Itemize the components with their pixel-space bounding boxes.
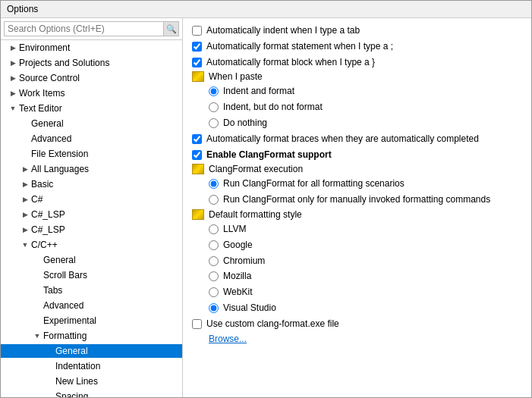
radio-group-clang: Run ClangFormat for all formatting scena… (192, 177, 522, 206)
tree-row-cpp-advanced[interactable]: ▶ Advanced (1, 299, 182, 312)
tree-item-te-file-ext: ▶ File Extension (1, 146, 182, 161)
tree-label-csharp-lsp: C#_LSP (31, 209, 65, 220)
label-format-block: Automatically format block when I type a… (206, 56, 375, 69)
tree-row-projects[interactable]: ▶ Projects and Solutions (1, 56, 182, 70)
radio-style-llvm[interactable] (209, 224, 219, 234)
expander-source-control: ▶ (7, 72, 19, 84)
option-enable-clang: Enable ClangFormat support (192, 149, 522, 161)
tree-row-source-control[interactable]: ▶ Source Control (1, 71, 182, 85)
radio-do-nothing[interactable] (209, 118, 219, 128)
tree-label-all-languages: All Languages (31, 164, 89, 174)
content-area: 🔍 ▶ Environment ▶ Projects and (1, 18, 531, 397)
radio-clang-all[interactable] (209, 179, 219, 189)
checkbox-enable-clang[interactable] (192, 150, 202, 160)
tree-row-te-file-ext[interactable]: ▶ File Extension (1, 147, 182, 161)
right-panel: Automatically indent when I type a tab A… (183, 18, 531, 397)
checkbox-format-block[interactable] (192, 58, 202, 67)
label-style-vs: Visual Studio (223, 302, 276, 315)
folder-icon-clang (192, 164, 204, 174)
checkbox-auto-indent[interactable] (192, 26, 202, 36)
tree-item-csharp: ▶ C# (1, 192, 182, 207)
tree-row-csharp-lsp2[interactable]: ▶ C#_LSP (1, 223, 182, 237)
expander-basic: ▶ (19, 178, 31, 190)
tree-label-environment: Environment (19, 42, 70, 53)
radio-style-webkit[interactable] (209, 287, 219, 297)
radio-indent-only[interactable] (209, 102, 219, 112)
tree-label-te-file-ext: File Extension (31, 149, 88, 159)
tree-row-environment[interactable]: ▶ Environment (1, 41, 182, 55)
label-auto-indent: Automatically indent when I type a tab (206, 24, 360, 37)
radio-style-chromium[interactable] (209, 256, 219, 266)
label-format-braces: Automatically format braces when they ar… (206, 133, 479, 146)
radio-style-mozilla[interactable] (209, 271, 219, 281)
tree-row-text-editor[interactable]: ▼ Text Editor (1, 102, 182, 115)
tree-item-csharp-lsp: ▶ C#_LSP (1, 207, 182, 222)
expander-projects: ▶ (7, 57, 19, 69)
tree-row-csharp-lsp[interactable]: ▶ C#_LSP (1, 208, 182, 221)
option-style-webkit: WebKit (209, 286, 522, 299)
radio-indent-format[interactable] (209, 86, 219, 96)
tree-row-cpp-experimental[interactable]: ▶ Experimental (1, 314, 182, 327)
tree-item-all-languages: ▶ All Languages (1, 161, 182, 177)
tree-label-fmt-general: General (55, 346, 88, 356)
tree-item-fmt-new-lines: ▶ New Lines (1, 374, 182, 389)
label-style-llvm: LLVM (223, 223, 246, 236)
checkbox-format-statement[interactable] (192, 42, 202, 52)
title-bar: Options (1, 1, 531, 18)
tree-label-basic: Basic (31, 179, 53, 190)
tree-item-cpp-general: ▶ General (1, 252, 182, 268)
browse-link[interactable]: Browse... (209, 334, 247, 344)
tree-label-cpp-experimental: Experimental (43, 315, 96, 326)
tree-row-fmt-general[interactable]: ▶ General (1, 344, 182, 358)
tree-row-fmt-spacing[interactable]: ▶ Spacing (1, 390, 182, 397)
checkbox-custom-clang-exe[interactable] (192, 319, 202, 329)
option-auto-indent: Automatically indent when I type a tab (192, 24, 522, 37)
option-style-mozilla: Mozilla (209, 270, 522, 283)
expander-environment: ▶ (7, 42, 19, 54)
label-style-mozilla: Mozilla (223, 270, 251, 283)
expander-csharp-lsp: ▶ (19, 208, 31, 221)
expander-text-editor: ▼ (7, 102, 19, 114)
folder-icon-paste (192, 71, 204, 82)
tree-label-csharp: C# (31, 194, 42, 205)
tree-item-cpp-tabs: ▶ Tabs (1, 283, 182, 298)
tree-row-basic[interactable]: ▶ Basic (1, 177, 182, 191)
browse-container: Browse... (192, 334, 522, 344)
option-format-statement: Automatically format statement when I ty… (192, 40, 522, 53)
tree-item-fmt-spacing: ▶ Spacing (1, 389, 182, 397)
expander-csharp-lsp2: ▶ (19, 224, 31, 236)
tree-label-te-general: General (31, 118, 64, 129)
label-default-style: Default formatting style (209, 209, 302, 220)
tree-row-work-items[interactable]: ▶ Work Items (1, 86, 182, 100)
search-bar: 🔍 (1, 18, 182, 40)
tree-row-cpp-general[interactable]: ▶ General (1, 253, 182, 267)
tree-label-projects: Projects and Solutions (19, 58, 109, 68)
tree-label-text-editor: Text Editor (19, 103, 62, 114)
tree-view: ▶ Environment ▶ Projects and Solutions (1, 40, 182, 397)
tree-row-te-advanced[interactable]: ▶ Advanced (1, 132, 182, 146)
search-icon[interactable]: 🔍 (164, 21, 179, 36)
checkbox-format-braces[interactable] (192, 134, 202, 144)
option-clang-manual: Run ClangFormat only for manually invoke… (209, 193, 522, 206)
label-format-statement: Automatically format statement when I ty… (206, 40, 393, 53)
tree-row-all-languages[interactable]: ▶ All Languages (1, 162, 182, 176)
search-input[interactable] (4, 21, 164, 36)
expander-cpp: ▼ (19, 239, 31, 251)
tree-item-cpp-experimental: ▶ Experimental (1, 313, 182, 328)
option-style-chromium: Chromium (209, 255, 522, 268)
tree-row-cpp-scroll-bars[interactable]: ▶ Scroll Bars (1, 268, 182, 282)
radio-style-google[interactable] (209, 240, 219, 250)
expander-formatting: ▼ (31, 330, 43, 342)
tree-row-fmt-indentation[interactable]: ▶ Indentation (1, 359, 182, 373)
tree-row-formatting[interactable]: ▼ Formatting (1, 329, 182, 343)
tree-row-cpp-tabs[interactable]: ▶ Tabs (1, 284, 182, 297)
window-title: Options (7, 4, 38, 14)
tree-row-csharp[interactable]: ▶ C# (1, 193, 182, 206)
label-enable-clang: Enable ClangFormat support (206, 149, 332, 161)
tree-row-te-general[interactable]: ▶ General (1, 117, 182, 130)
radio-style-vs[interactable] (209, 303, 219, 313)
radio-clang-manual[interactable] (209, 195, 219, 205)
tree-row-fmt-new-lines[interactable]: ▶ New Lines (1, 374, 182, 388)
tree-row-cpp[interactable]: ▼ C/C++ (1, 238, 182, 252)
tree-item-te-general: ▶ General (1, 116, 182, 131)
